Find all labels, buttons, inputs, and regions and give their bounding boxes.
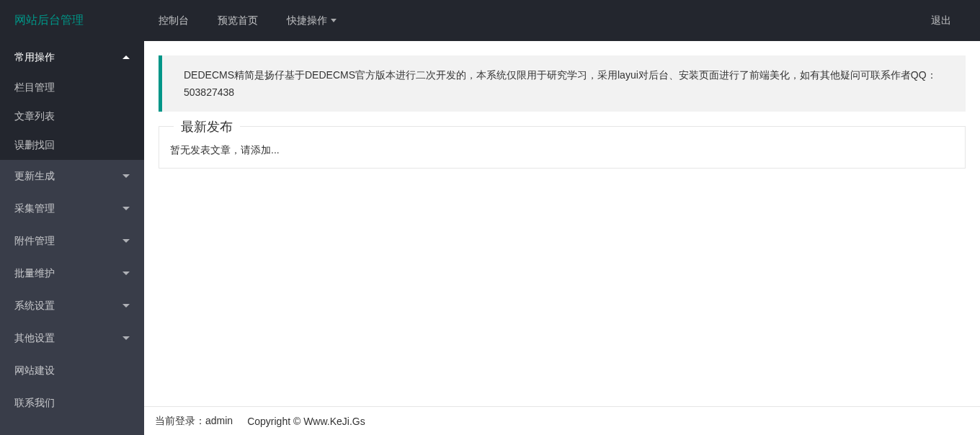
logout-label: 退出	[931, 14, 951, 27]
sidebar-item-collect[interactable]: 采集管理	[0, 192, 144, 225]
header-nav: 控制台 预览首页 快捷操作	[144, 0, 917, 41]
chevron-down-icon	[122, 336, 130, 340]
nav-preview[interactable]: 预览首页	[203, 0, 272, 41]
sidebar-item-label: 批量维护	[14, 267, 55, 280]
chevron-down-icon	[122, 174, 130, 178]
sidebar-sub-label: 误删找回	[14, 139, 55, 152]
info-quote: DEDECMS精简是扬仔基于DEDECMS官方版本进行二次开发的，本系统仅限用于…	[159, 55, 966, 112]
chevron-up-icon	[122, 55, 130, 59]
sidebar-item-attachment[interactable]: 附件管理	[0, 225, 144, 257]
nav-label: 预览首页	[218, 14, 258, 27]
nav-label: 控制台	[159, 14, 189, 27]
sidebar-sub-label: 文章列表	[14, 110, 55, 123]
chevron-down-icon	[122, 272, 130, 275]
sidebar-item-system[interactable]: 系统设置	[0, 290, 144, 322]
nav-console[interactable]: 控制台	[144, 0, 203, 41]
sidebar-item-label: 其他设置	[14, 332, 55, 345]
logout-button[interactable]: 退出	[917, 0, 966, 41]
sidebar-item-label: 采集管理	[14, 202, 55, 215]
sidebar-item-label: 常用操作	[14, 51, 55, 64]
site-logo[interactable]: 网站后台管理	[0, 13, 144, 28]
nav-quick-actions[interactable]: 快捷操作	[272, 0, 351, 41]
header: 网站后台管理 控制台 预览首页 快捷操作 退出	[0, 0, 980, 41]
quote-text: DEDECMS精简是扬仔基于DEDECMS官方版本进行二次开发的，本系统仅限用于…	[184, 69, 937, 98]
header-right: 退出	[917, 0, 980, 41]
sidebar-item-other[interactable]: 其他设置	[0, 322, 144, 354]
sidebar-item-label: 系统设置	[14, 300, 55, 313]
chevron-down-icon	[122, 239, 130, 243]
sidebar-item-contact[interactable]: 联系我们	[0, 387, 144, 419]
chevron-down-icon	[122, 304, 130, 308]
fieldset-title: 最新发布	[174, 118, 240, 135]
sidebar-item-update[interactable]: 更新生成	[0, 160, 144, 192]
sidebar-item-common[interactable]: 常用操作	[0, 41, 144, 73]
sidebar-sub-recover[interactable]: 误删找回	[0, 131, 144, 160]
sidebar-item-website[interactable]: 网站建设	[0, 354, 144, 387]
sidebar-item-label: 联系我们	[14, 397, 55, 410]
sidebar-sub-label: 栏目管理	[14, 81, 55, 94]
username: admin	[205, 415, 233, 426]
sidebar-item-label: 网站建设	[14, 364, 55, 377]
chevron-down-icon	[122, 207, 130, 210]
chevron-down-icon	[331, 19, 337, 22]
fieldset-content: 暂无发表文章，请添加...	[170, 144, 954, 157]
sidebar-item-batch[interactable]: 批量维护	[0, 257, 144, 290]
login-label: 当前登录：	[155, 415, 205, 426]
main-content: DEDECMS精简是扬仔基于DEDECMS官方版本进行二次开发的，本系统仅限用于…	[144, 41, 980, 406]
sidebar-item-label: 附件管理	[14, 235, 55, 248]
sidebar-sub-article-list[interactable]: 文章列表	[0, 102, 144, 131]
sidebar-sub-category[interactable]: 栏目管理	[0, 73, 144, 102]
copyright: Copyright © Www.KeJi.Gs	[247, 416, 365, 427]
sidebar: 常用操作 栏目管理 文章列表 误删找回 更新生成 采集管理 附件管理 批量维护 …	[0, 41, 144, 435]
sidebar-item-label: 更新生成	[14, 170, 55, 183]
nav-label: 快捷操作	[287, 14, 327, 27]
latest-publish-fieldset: 最新发布 暂无发表文章，请添加...	[159, 126, 966, 169]
footer-user: 当前登录：admin	[155, 415, 233, 428]
footer: 当前登录：admin Copyright © Www.KeJi.Gs	[144, 406, 980, 435]
